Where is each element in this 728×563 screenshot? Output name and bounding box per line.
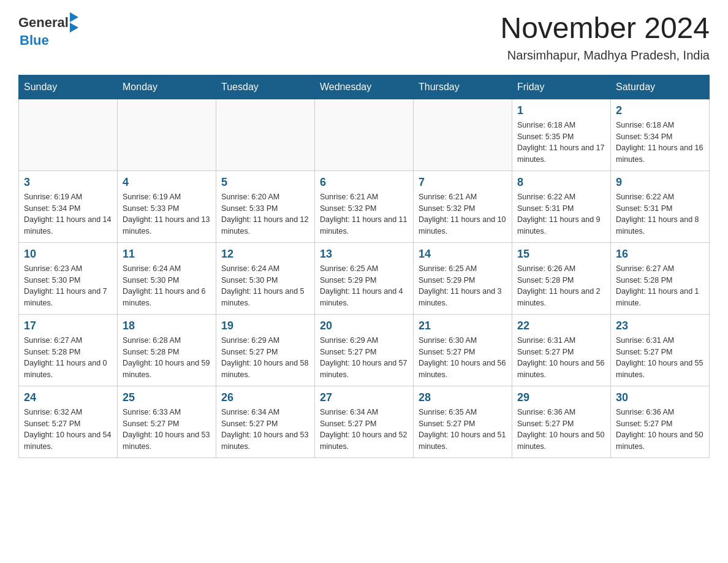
day-info: Sunrise: 6:21 AMSunset: 5:32 PMDaylight:…	[320, 191, 408, 237]
day-info: Sunrise: 6:24 AMSunset: 5:30 PMDaylight:…	[123, 263, 211, 309]
day-info: Sunrise: 6:21 AMSunset: 5:32 PMDaylight:…	[419, 191, 507, 237]
page-header: General Blue November 2024 Narsimhapur, …	[18, 12, 710, 63]
week-row-4: 17Sunrise: 6:27 AMSunset: 5:28 PMDayligh…	[19, 314, 710, 386]
day-info: Sunrise: 6:25 AMSunset: 5:29 PMDaylight:…	[320, 263, 408, 309]
day-info: Sunrise: 6:19 AMSunset: 5:33 PMDaylight:…	[123, 191, 211, 237]
day-info: Sunrise: 6:18 AMSunset: 5:35 PMDaylight:…	[517, 120, 605, 166]
week-row-1: 1Sunrise: 6:18 AMSunset: 5:35 PMDaylight…	[19, 99, 710, 170]
day-number: 23	[616, 320, 704, 332]
day-cell: 18Sunrise: 6:28 AMSunset: 5:28 PMDayligh…	[118, 314, 216, 386]
day-number: 30	[616, 391, 704, 404]
logo-general-text: General	[18, 15, 69, 31]
header-day-thursday: Thursday	[414, 75, 512, 99]
day-number: 13	[320, 248, 408, 261]
title-block: November 2024 Narsimhapur, Madhya Prades…	[500, 12, 710, 63]
day-info: Sunrise: 6:29 AMSunset: 5:27 PMDaylight:…	[221, 335, 309, 381]
day-number: 22	[517, 320, 605, 332]
day-cell: 28Sunrise: 6:35 AMSunset: 5:27 PMDayligh…	[414, 386, 512, 458]
day-info: Sunrise: 6:26 AMSunset: 5:28 PMDaylight:…	[517, 263, 605, 309]
day-info: Sunrise: 6:20 AMSunset: 5:33 PMDaylight:…	[221, 191, 309, 237]
day-number: 29	[517, 391, 605, 404]
day-cell	[315, 99, 414, 170]
week-row-3: 10Sunrise: 6:23 AMSunset: 5:30 PMDayligh…	[19, 242, 710, 314]
day-cell: 27Sunrise: 6:34 AMSunset: 5:27 PMDayligh…	[315, 386, 414, 458]
day-number: 3	[24, 176, 112, 189]
day-info: Sunrise: 6:22 AMSunset: 5:31 PMDaylight:…	[616, 191, 704, 237]
day-info: Sunrise: 6:36 AMSunset: 5:27 PMDaylight:…	[517, 407, 605, 453]
calendar-title: November 2024	[500, 12, 710, 45]
day-number: 26	[221, 391, 309, 404]
day-cell: 10Sunrise: 6:23 AMSunset: 5:30 PMDayligh…	[19, 242, 118, 314]
day-cell: 7Sunrise: 6:21 AMSunset: 5:32 PMDaylight…	[414, 170, 512, 242]
day-info: Sunrise: 6:24 AMSunset: 5:30 PMDaylight:…	[221, 263, 309, 309]
day-cell: 26Sunrise: 6:34 AMSunset: 5:27 PMDayligh…	[216, 386, 315, 458]
day-number: 14	[419, 248, 507, 261]
day-cell: 14Sunrise: 6:25 AMSunset: 5:29 PMDayligh…	[414, 242, 512, 314]
day-cell: 2Sunrise: 6:18 AMSunset: 5:34 PMDaylight…	[611, 99, 710, 170]
day-cell: 16Sunrise: 6:27 AMSunset: 5:28 PMDayligh…	[611, 242, 710, 314]
day-number: 28	[419, 391, 507, 404]
day-number: 2	[616, 104, 704, 117]
calendar-subtitle: Narsimhapur, Madhya Pradesh, India	[500, 48, 710, 63]
day-info: Sunrise: 6:32 AMSunset: 5:27 PMDaylight:…	[24, 407, 112, 453]
day-info: Sunrise: 6:28 AMSunset: 5:28 PMDaylight:…	[123, 335, 211, 381]
day-number: 9	[616, 176, 704, 189]
day-info: Sunrise: 6:34 AMSunset: 5:27 PMDaylight:…	[320, 407, 408, 453]
day-info: Sunrise: 6:31 AMSunset: 5:27 PMDaylight:…	[517, 335, 605, 381]
day-number: 25	[123, 391, 211, 404]
day-info: Sunrise: 6:25 AMSunset: 5:29 PMDaylight:…	[419, 263, 507, 309]
day-cell: 30Sunrise: 6:36 AMSunset: 5:27 PMDayligh…	[611, 386, 710, 458]
day-info: Sunrise: 6:19 AMSunset: 5:34 PMDaylight:…	[24, 191, 112, 237]
day-number: 19	[221, 320, 309, 332]
day-cell: 1Sunrise: 6:18 AMSunset: 5:35 PMDaylight…	[512, 99, 611, 170]
day-number: 4	[123, 176, 211, 189]
header-day-sunday: Sunday	[19, 75, 118, 99]
day-cell	[118, 99, 216, 170]
day-number: 24	[24, 391, 112, 404]
day-cell: 11Sunrise: 6:24 AMSunset: 5:30 PMDayligh…	[118, 242, 216, 314]
day-number: 16	[616, 248, 704, 261]
day-info: Sunrise: 6:29 AMSunset: 5:27 PMDaylight:…	[320, 335, 408, 381]
day-cell: 29Sunrise: 6:36 AMSunset: 5:27 PMDayligh…	[512, 386, 611, 458]
day-info: Sunrise: 6:23 AMSunset: 5:30 PMDaylight:…	[24, 263, 112, 309]
day-info: Sunrise: 6:27 AMSunset: 5:28 PMDaylight:…	[24, 335, 112, 381]
header-day-monday: Monday	[118, 75, 216, 99]
day-cell: 19Sunrise: 6:29 AMSunset: 5:27 PMDayligh…	[216, 314, 315, 386]
day-number: 11	[123, 248, 211, 261]
day-number: 10	[24, 248, 112, 261]
day-number: 15	[517, 248, 605, 261]
day-cell: 3Sunrise: 6:19 AMSunset: 5:34 PMDaylight…	[19, 170, 118, 242]
week-row-5: 24Sunrise: 6:32 AMSunset: 5:27 PMDayligh…	[19, 386, 710, 458]
day-cell	[19, 99, 118, 170]
day-cell: 21Sunrise: 6:30 AMSunset: 5:27 PMDayligh…	[414, 314, 512, 386]
day-cell: 8Sunrise: 6:22 AMSunset: 5:31 PMDaylight…	[512, 170, 611, 242]
day-number: 12	[221, 248, 309, 261]
day-number: 7	[419, 176, 507, 189]
day-number: 5	[221, 176, 309, 189]
day-cell: 5Sunrise: 6:20 AMSunset: 5:33 PMDaylight…	[216, 170, 315, 242]
day-number: 21	[419, 320, 507, 332]
day-info: Sunrise: 6:34 AMSunset: 5:27 PMDaylight:…	[221, 407, 309, 453]
day-info: Sunrise: 6:27 AMSunset: 5:28 PMDaylight:…	[616, 263, 704, 309]
day-cell: 13Sunrise: 6:25 AMSunset: 5:29 PMDayligh…	[315, 242, 414, 314]
week-row-2: 3Sunrise: 6:19 AMSunset: 5:34 PMDaylight…	[19, 170, 710, 242]
day-cell: 17Sunrise: 6:27 AMSunset: 5:28 PMDayligh…	[19, 314, 118, 386]
day-info: Sunrise: 6:33 AMSunset: 5:27 PMDaylight:…	[123, 407, 211, 453]
logo-blue-text: Blue	[20, 33, 49, 48]
day-number: 18	[123, 320, 211, 332]
day-info: Sunrise: 6:30 AMSunset: 5:27 PMDaylight:…	[419, 335, 507, 381]
day-info: Sunrise: 6:22 AMSunset: 5:31 PMDaylight:…	[517, 191, 605, 237]
day-number: 17	[24, 320, 112, 332]
day-cell: 25Sunrise: 6:33 AMSunset: 5:27 PMDayligh…	[118, 386, 216, 458]
day-cell: 20Sunrise: 6:29 AMSunset: 5:27 PMDayligh…	[315, 314, 414, 386]
day-cell	[216, 99, 315, 170]
day-info: Sunrise: 6:18 AMSunset: 5:34 PMDaylight:…	[616, 120, 704, 166]
day-cell: 23Sunrise: 6:31 AMSunset: 5:27 PMDayligh…	[611, 314, 710, 386]
day-cell: 4Sunrise: 6:19 AMSunset: 5:33 PMDaylight…	[118, 170, 216, 242]
day-cell: 12Sunrise: 6:24 AMSunset: 5:30 PMDayligh…	[216, 242, 315, 314]
header-day-friday: Friday	[512, 75, 611, 99]
day-number: 6	[320, 176, 408, 189]
header-day-saturday: Saturday	[611, 75, 710, 99]
day-number: 8	[517, 176, 605, 189]
day-cell: 24Sunrise: 6:32 AMSunset: 5:27 PMDayligh…	[19, 386, 118, 458]
